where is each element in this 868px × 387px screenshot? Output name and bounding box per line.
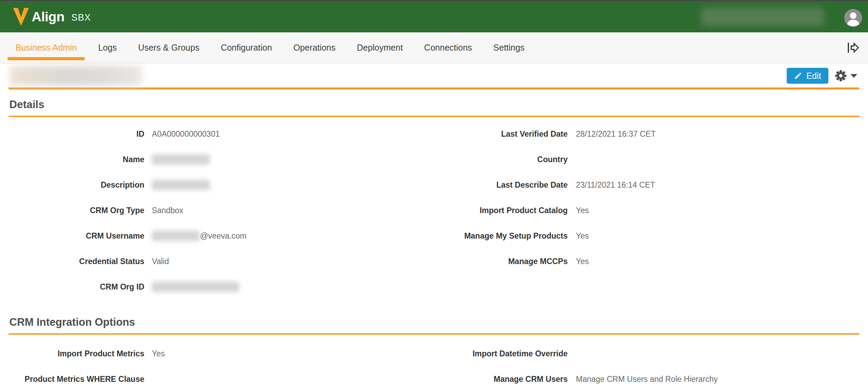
pencil-icon <box>794 72 802 80</box>
tab-operations[interactable]: Operations <box>286 32 343 63</box>
tab-label: Logs <box>98 43 117 53</box>
crm-integration-left-column: Import Product Metrics Yes Product Metri… <box>9 348 434 387</box>
field-label: Manage MCCPs <box>434 256 568 266</box>
tab-label: Operations <box>293 43 335 53</box>
field-row-product-metrics-where-clause: Product Metrics WHERE Clause <box>9 374 434 387</box>
field-value: A0A000000000301 <box>152 129 434 139</box>
field-row-last-describe-date: Last Describe Date 23/11/2021 16:14 CET <box>434 180 859 205</box>
field-value: Yes <box>576 256 859 266</box>
record-actions: Edit <box>787 68 857 84</box>
crm-integration-section-rule <box>9 333 859 335</box>
field-row-crm-org-id: CRM Org ID <box>9 282 434 307</box>
field-row-manage-my-setup-products: Manage My Setup Products Yes <box>434 231 859 256</box>
field-label: Import Datetime Override <box>434 348 568 359</box>
logout-icon[interactable] <box>846 41 860 55</box>
brand-name: Align <box>32 9 64 24</box>
redacted-value-blur <box>152 231 199 241</box>
field-label: Product Metrics WHERE Clause <box>9 374 144 384</box>
field-value: Yes <box>576 231 859 241</box>
tab-label: Business Admin <box>16 43 77 53</box>
field-label: Manage My Setup Products <box>434 231 568 241</box>
field-label: Manage CRM Users <box>434 374 568 384</box>
edit-button[interactable]: Edit <box>787 68 828 84</box>
field-label: Credential Status <box>9 256 144 266</box>
user-avatar-icon[interactable] <box>844 9 862 27</box>
tab-deployment[interactable]: Deployment <box>349 32 411 63</box>
veeva-v-icon <box>13 8 29 26</box>
field-label: CRM Username <box>9 231 144 241</box>
active-tab-underline <box>8 57 85 60</box>
field-value: Yes <box>152 348 434 359</box>
tab-logs[interactable]: Logs <box>90 32 125 63</box>
field-row-id: ID A0A000000000301 <box>9 129 434 154</box>
field-label: CRM Org Type <box>9 205 144 216</box>
field-row-credential-status: Credential Status Valid <box>9 256 434 282</box>
field-value: Yes <box>576 205 859 216</box>
field-row-name: Name <box>9 154 434 180</box>
field-label: Import Product Metrics <box>9 348 144 359</box>
field-row-import-product-metrics: Import Product Metrics Yes <box>9 348 434 374</box>
field-value: 28/12/2021 16:37 CET <box>576 129 859 139</box>
field-row-crm-username: CRM Username @veeva.com <box>9 231 434 256</box>
main-nav-tab-bar: Business Admin Logs Users & Groups Confi… <box>0 32 868 63</box>
field-label: ID <box>9 129 144 139</box>
field-row-description: Description <box>9 180 434 205</box>
crm-integration-right-column: Import Datetime Override Manage CRM User… <box>434 348 859 387</box>
settings-menu-trigger[interactable] <box>835 70 857 82</box>
details-section-rule <box>9 116 859 117</box>
field-label: Import Product Catalog <box>434 205 568 216</box>
tab-business-admin[interactable]: Business Admin <box>8 32 85 63</box>
field-value: Manage CRM Users and Role Hierarchy <box>576 374 859 384</box>
field-row-manage-crm-users: Manage CRM Users Manage CRM Users and Ro… <box>434 374 859 387</box>
tab-label: Users & Groups <box>138 43 199 53</box>
record-subtab-bar: Edit <box>9 63 859 90</box>
tab-settings[interactable]: Settings <box>485 32 532 63</box>
details-right-column: Last Verified Date 28/12/2021 16:37 CET … <box>434 129 859 307</box>
field-value: 23/11/2021 16:14 CET <box>576 180 859 190</box>
tab-connections[interactable]: Connections <box>416 32 480 63</box>
field-value <box>152 154 434 165</box>
field-label: Last Describe Date <box>434 180 568 190</box>
field-row-manage-mccps: Manage MCCPs Yes <box>434 256 859 282</box>
tab-label: Configuration <box>221 43 272 53</box>
tab-configuration[interactable]: Configuration <box>213 32 280 63</box>
tab-users-groups[interactable]: Users & Groups <box>130 32 207 63</box>
redacted-subtabs-blur[interactable] <box>10 66 142 86</box>
details-left-column: ID A0A000000000301 Name Description CRM … <box>9 129 434 307</box>
field-label: Name <box>9 154 144 165</box>
field-row-import-datetime-override: Import Datetime Override <box>434 348 859 374</box>
redacted-value-blur <box>152 154 210 165</box>
field-row-crm-org-type: CRM Org Type Sandbox <box>9 205 434 231</box>
redacted-value-blur <box>152 180 210 190</box>
field-value: @veeva.com <box>152 231 434 241</box>
details-fields: ID A0A000000000301 Name Description CRM … <box>9 129 859 307</box>
crm-integration-fields: Import Product Metrics Yes Product Metri… <box>9 348 859 387</box>
field-label: Country <box>434 154 568 165</box>
field-row-country: Country <box>434 154 859 180</box>
tab-label: Connections <box>424 43 472 53</box>
tab-label: Settings <box>493 43 524 53</box>
edit-button-label: Edit <box>806 71 821 81</box>
gear-icon <box>835 70 847 82</box>
tab-label: Deployment <box>357 43 403 53</box>
field-value: Sandbox <box>152 205 434 216</box>
field-row-import-product-catalog: Import Product Catalog Yes <box>434 205 859 231</box>
app-header: Align SBX <box>0 1 868 32</box>
field-value: Valid <box>152 256 434 266</box>
veeva-align-logo: Align SBX <box>13 8 91 26</box>
field-label: Last Verified Date <box>434 129 568 139</box>
redacted-value-blur <box>152 282 239 292</box>
environment-label: SBX <box>71 12 91 23</box>
field-value <box>152 180 434 190</box>
field-label: CRM Org ID <box>9 282 144 292</box>
field-row-last-verified-date: Last Verified Date 28/12/2021 16:37 CET <box>434 129 859 154</box>
field-label: Description <box>9 180 144 190</box>
redacted-username-blur <box>701 8 824 26</box>
details-section-title: Details <box>9 98 859 111</box>
field-value-text: @veeva.com <box>200 231 247 241</box>
field-value <box>152 282 434 292</box>
chevron-down-icon <box>850 74 857 78</box>
crm-integration-section-title: CRM Integration Options <box>9 316 859 328</box>
main-content: Edit Details <box>0 63 868 387</box>
